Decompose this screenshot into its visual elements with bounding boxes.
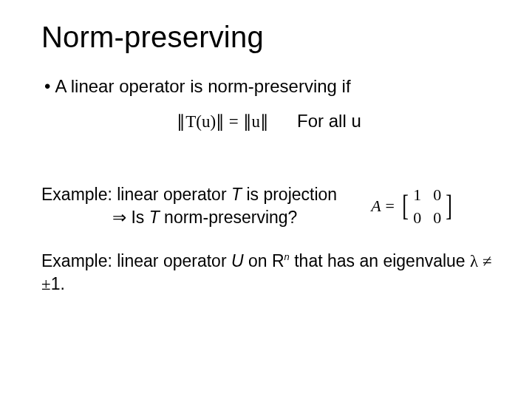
neq-icon: ≠ <box>478 252 491 270</box>
example-1-line-1: Example: linear operator T is projection <box>41 183 337 206</box>
matrix-expression: A = [ 1 0 0 0 ] <box>371 184 454 229</box>
slide-title: Norm-preserving <box>41 21 497 54</box>
bullet-text-1: A linear operator is norm-preserving if <box>55 75 350 98</box>
ex2-mid2: that has an eigenvalue <box>290 251 470 270</box>
ex1-l2-var: T <box>149 208 160 227</box>
lambda-icon: λ <box>470 252 478 270</box>
matrix-cell-22: 0 <box>433 207 441 229</box>
example-1-line-2: ⇒ Is T norm-preserving? <box>41 206 337 229</box>
matrix-body: 1 0 0 0 <box>413 184 441 229</box>
left-bracket-icon: [ <box>402 194 409 218</box>
slide: Norm-preserving • A linear operator is n… <box>0 0 532 399</box>
matrix-cell-21: 0 <box>413 207 421 229</box>
ex1-var-T: T <box>231 185 242 204</box>
equals-sign: = <box>386 195 395 217</box>
examples-block: Example: linear operator T is projection… <box>41 183 497 296</box>
ex1-prefix: Example: linear operator <box>41 185 231 204</box>
ex2-mid: on R <box>244 251 284 270</box>
plusminus-icon: ± <box>41 275 51 293</box>
ex2-U: U <box>231 251 244 270</box>
matrix-cell-12: 0 <box>433 184 441 206</box>
bullet-dot-icon: • <box>44 75 50 98</box>
example-1: Example: linear operator T is projection… <box>41 183 497 229</box>
norm-equation: ∥T(u)∥ = ∥u∥ <box>177 112 269 132</box>
matrix-cell-11: 1 <box>413 184 421 206</box>
ex2-one: 1. <box>51 274 65 293</box>
ex1-suffix: is projection <box>242 185 337 204</box>
bullet-item-1: • A linear operator is norm-preserving i… <box>44 75 497 98</box>
right-bracket-icon: ] <box>446 194 453 218</box>
for-all-text: For all u <box>297 111 361 132</box>
matrix-label: A <box>371 195 381 217</box>
example-2: Example: linear operator U on Rn that ha… <box>41 250 497 296</box>
ex1-l2-suffix: norm-preserving? <box>160 208 298 227</box>
implies-icon: ⇒ <box>112 208 126 227</box>
ex2-prefix: Example: linear operator <box>41 251 231 270</box>
equation-row: ∥T(u)∥ = ∥u∥ For all u <box>41 111 497 132</box>
ex2-sup-n: n <box>284 252 290 263</box>
example-1-text: Example: linear operator T is projection… <box>41 183 337 229</box>
ex1-l2-prefix: Is <box>126 208 149 227</box>
